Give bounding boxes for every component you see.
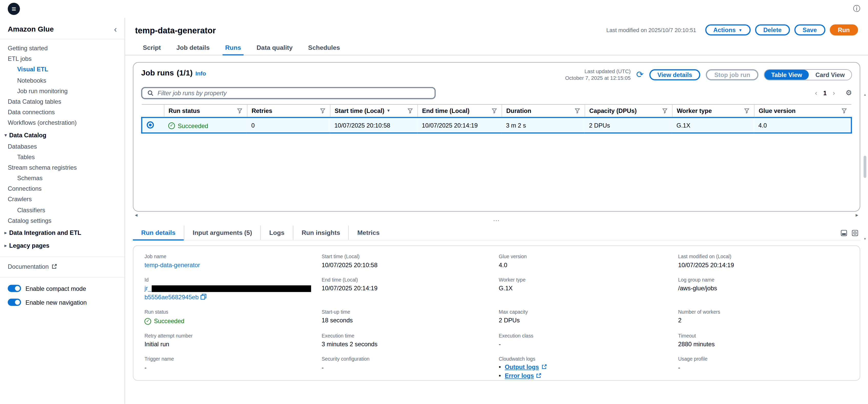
sidebar-section-label: Data Integration and ETL <box>9 229 81 236</box>
scroll-down-icon[interactable]: ▼ <box>863 237 867 240</box>
sidebar-item-getting-started[interactable]: Getting started <box>0 43 125 54</box>
row-radio-button[interactable] <box>147 122 154 129</box>
actions-label: Actions <box>713 27 736 33</box>
tab-data-quality[interactable]: Data quality <box>249 40 300 55</box>
column-header-start-time[interactable]: Start time (Local)▼ <box>330 104 417 117</box>
field-number-of-workers: Number of workers 2 <box>678 309 849 326</box>
sidebar-item-stream-schema-registries[interactable]: Stream schema registries <box>0 162 125 173</box>
menu-icon[interactable]: ≡ <box>8 3 20 15</box>
sidebar-item-data-catalog-tables[interactable]: Data Catalog tables <box>0 96 125 107</box>
run-button[interactable]: Run <box>830 24 858 35</box>
sidebar-item-databases[interactable]: Databases <box>0 141 125 151</box>
actions-button[interactable]: Actions ▼ <box>705 24 750 35</box>
error-logs-link[interactable]: Error logs <box>505 372 542 379</box>
preferences-gear-icon[interactable]: ⚙ <box>845 89 852 97</box>
success-check-icon: ✓ <box>168 122 175 129</box>
save-button[interactable]: Save <box>795 24 825 35</box>
cell-glue-version: 4.0 <box>754 117 851 133</box>
scrollbar-thumb[interactable] <box>864 156 866 178</box>
sidebar-item-schemas[interactable]: Schemas <box>0 173 125 183</box>
sidebar-item-job-run-monitoring[interactable]: Job run monitoring <box>0 86 125 96</box>
sidebar-item-workflows[interactable]: Workflows (orchestration) <box>0 118 125 128</box>
tab-run-insights[interactable]: Run insights <box>293 226 348 240</box>
filter-funnel-icon[interactable] <box>491 108 497 113</box>
sidebar-nav: Getting started ETL jobs Visual ETL Note… <box>0 39 125 253</box>
refresh-icon[interactable]: ⟳ <box>636 70 644 80</box>
tab-runs[interactable]: Runs <box>217 40 249 55</box>
column-header-capacity[interactable]: Capacity (DPUs) <box>585 104 672 117</box>
sidebar-item-visual-etl[interactable]: Visual ETL <box>0 64 125 75</box>
sidebar-item-tables[interactable]: Tables <box>0 152 125 162</box>
documentation-link[interactable]: Documentation <box>0 261 65 273</box>
collapse-panel-icon[interactable] <box>841 230 847 236</box>
sidebar-item-crawlers[interactable]: Crawlers <box>0 194 125 205</box>
sidebar-item-data-connections[interactable]: Data connections <box>0 107 125 118</box>
column-header-glue-version[interactable]: Glue version <box>754 104 851 117</box>
filter-funnel-icon[interactable] <box>744 108 749 113</box>
compact-mode-toggle[interactable] <box>8 285 21 292</box>
column-header-run-status[interactable]: Run status <box>164 104 247 117</box>
sidebar-item-etl-jobs[interactable]: ETL jobs <box>0 54 125 64</box>
column-header-end-time[interactable]: End time (Local) <box>417 104 502 117</box>
column-header-duration[interactable]: Duration <box>502 104 585 117</box>
table-row[interactable]: ✓Succeeded 0 10/07/2025 20:10:58 10/07/2… <box>142 117 851 133</box>
new-navigation-toggle[interactable] <box>8 299 21 306</box>
delete-button[interactable]: Delete <box>755 24 790 35</box>
filter-funnel-icon[interactable] <box>575 108 580 113</box>
previous-page-icon[interactable]: ‹ <box>815 89 817 97</box>
filter-funnel-icon[interactable] <box>662 108 668 113</box>
collapse-sidebar-icon[interactable]: ‹ <box>114 24 117 34</box>
tab-metrics[interactable]: Metrics <box>348 226 388 240</box>
compact-mode-label: Enable compact mode <box>25 285 86 292</box>
sidebar-section-data-catalog[interactable]: ▾ Data Catalog <box>0 128 125 141</box>
sort-descending-icon[interactable]: ▼ <box>387 109 391 113</box>
field-log-group-name: Log group name /aws-glue/jobs <box>678 277 849 302</box>
column-header-retries[interactable]: Retries <box>247 104 330 117</box>
sidebar-item-notebooks[interactable]: Notebooks <box>0 75 125 86</box>
job-runs-table: Run status Retries Start time (Local)▼ E… <box>141 104 852 133</box>
scroll-left-icon[interactable]: ◄ <box>134 213 138 218</box>
sidebar-section-legacy-pages[interactable]: ▸ Legacy pages <box>0 239 125 252</box>
sidebar-item-classifiers[interactable]: Classifiers <box>0 205 125 215</box>
card-view-button[interactable]: Card View <box>809 70 851 80</box>
table-view-button[interactable]: Table View <box>765 70 809 80</box>
tab-input-arguments[interactable]: Input arguments (5) <box>184 226 260 240</box>
filter-search-box <box>141 87 435 99</box>
tab-job-details[interactable]: Job details <box>169 40 217 55</box>
info-link[interactable]: Info <box>195 70 206 77</box>
sidebar-item-catalog-settings[interactable]: Catalog settings <box>0 215 125 226</box>
caret-right-icon: ▸ <box>4 230 7 236</box>
expand-panel-icon[interactable] <box>852 230 858 236</box>
scroll-right-icon[interactable]: ► <box>855 213 859 218</box>
success-check-icon: ✓ <box>144 318 151 325</box>
field-usage-profile: Usage profile - <box>678 356 849 381</box>
field-job-name: Job name temp-data-generator <box>144 254 321 270</box>
output-logs-link[interactable]: Output logs <box>505 364 547 370</box>
column-header-worker-type[interactable]: Worker type <box>672 104 754 117</box>
info-icon[interactable]: ⓘ <box>853 4 860 14</box>
filter-funnel-icon[interactable] <box>320 108 326 113</box>
copy-icon[interactable] <box>200 294 207 300</box>
sidebar-section-data-integration[interactable]: ▸ Data Integration and ETL <box>0 226 125 239</box>
run-details-panel: Job name temp-data-generator Id jr_ b555… <box>133 246 860 381</box>
stop-job-run-button[interactable]: Stop job run <box>706 69 758 81</box>
page-number[interactable]: 1 <box>824 90 827 96</box>
tab-run-details[interactable]: Run details <box>133 226 184 240</box>
filter-funnel-icon[interactable] <box>237 108 242 113</box>
filter-input[interactable] <box>157 90 430 96</box>
panel-resize-handle[interactable]: ⋯ <box>125 218 868 224</box>
tab-schedules[interactable]: Schedules <box>300 40 348 55</box>
view-details-button[interactable]: View details <box>649 69 700 81</box>
tab-logs[interactable]: Logs <box>260 226 292 240</box>
documentation-label: Documentation <box>8 263 49 270</box>
scroll-up-icon[interactable]: ▲ <box>863 93 867 96</box>
cell-end-time: 10/07/2025 20:14:19 <box>417 117 502 133</box>
filter-funnel-icon[interactable] <box>841 108 847 113</box>
vertical-scrollbar[interactable]: ▲ ▼ <box>862 93 867 240</box>
filter-funnel-icon[interactable] <box>407 108 413 113</box>
job-name-link[interactable]: temp-data-generator <box>144 261 321 270</box>
field-security-configuration: Security configuration - <box>321 356 499 381</box>
sidebar-item-connections[interactable]: Connections <box>0 183 125 194</box>
next-page-icon[interactable]: › <box>833 89 835 97</box>
tab-script[interactable]: Script <box>135 40 169 55</box>
